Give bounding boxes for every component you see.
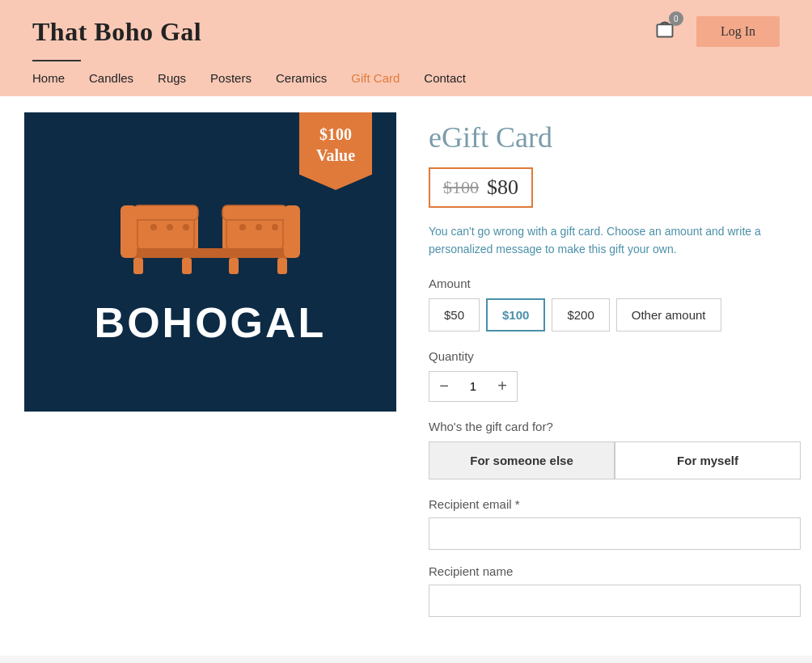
price-box: $100 $80 — [429, 167, 533, 208]
nav-posters[interactable]: Posters — [210, 71, 252, 85]
cart-button[interactable]: 0 — [649, 15, 680, 49]
recipient-email-input[interactable] — [429, 517, 801, 550]
header-right: 0 Log In — [649, 15, 780, 49]
svg-point-16 — [183, 224, 189, 230]
ribbon: $100 Value — [299, 112, 372, 190]
svg-point-17 — [239, 224, 246, 230]
amount-100[interactable]: $100 — [486, 298, 545, 332]
svg-rect-10 — [133, 258, 143, 274]
product-image: $100 Value — [24, 112, 396, 412]
main-nav: Home Candles Rugs Posters Ceramics Gift … — [32, 61, 780, 96]
svg-rect-9 — [284, 205, 300, 258]
nav-ceramics[interactable]: Ceramics — [276, 71, 327, 85]
svg-point-18 — [256, 224, 262, 230]
quantity-minus[interactable]: − — [429, 372, 459, 401]
amount-label: Amount — [429, 277, 801, 290]
amount-other[interactable]: Other amount — [616, 298, 721, 332]
nav-gift-card[interactable]: Gift Card — [351, 71, 400, 85]
gift-for-someone-else[interactable]: For someone else — [429, 441, 615, 479]
recipient-email-label: Recipient email * — [429, 497, 801, 511]
svg-rect-12 — [229, 258, 239, 274]
product-description: You can't go wrong with a gift card. Cho… — [429, 222, 801, 259]
svg-rect-11 — [182, 258, 192, 274]
header-top: That Boho Gal 0 Log In — [32, 0, 780, 57]
amount-buttons: $50 $100 $200 Other amount — [429, 298, 801, 332]
svg-point-14 — [150, 224, 157, 230]
description-text: You can't go wrong with a gift card. Cho… — [429, 225, 761, 238]
main-content: $100 Value — [0, 96, 812, 656]
login-button[interactable]: Log In — [696, 16, 780, 47]
price-current: $80 — [487, 175, 518, 200]
nav-home[interactable]: Home — [32, 71, 65, 85]
nav-rugs[interactable]: Rugs — [158, 71, 186, 85]
price-original: $100 — [443, 177, 479, 198]
svg-rect-3 — [133, 205, 198, 220]
product-info: eGift Card $100 $80 You can't go wrong w… — [429, 112, 801, 631]
gift-for-myself[interactable]: For myself — [615, 441, 801, 479]
sofa-area: BOHOGAL — [95, 177, 327, 347]
amount-200[interactable]: $200 — [552, 298, 609, 332]
header: That Boho Gal 0 Log In Home Candles Rugs… — [0, 0, 812, 96]
nav-candles[interactable]: Candles — [89, 71, 133, 85]
quantity-label: Quantity — [429, 349, 801, 363]
svg-point-15 — [167, 224, 173, 230]
sofa-icon — [117, 177, 303, 282]
svg-rect-8 — [121, 205, 137, 258]
quantity-plus[interactable]: + — [488, 372, 517, 401]
nav-contact[interactable]: Contact — [424, 71, 466, 85]
recipient-name-input[interactable] — [429, 585, 801, 617]
svg-point-19 — [272, 224, 278, 230]
svg-rect-13 — [277, 258, 287, 274]
svg-rect-0 — [657, 24, 672, 36]
recipient-name-label: Recipient name — [429, 564, 801, 578]
bohogal-text: BOHOGAL — [95, 298, 327, 347]
svg-rect-6 — [222, 205, 287, 220]
product-title: eGift Card — [429, 120, 801, 154]
gift-for-buttons: For someone else For myself — [429, 441, 801, 479]
gift-for-label: Who's the gift card for? — [429, 420, 801, 433]
description-link: personalized message to make this gift y… — [429, 243, 677, 255]
svg-rect-7 — [129, 248, 292, 258]
quantity-stepper: − 1 + — [429, 371, 518, 402]
quantity-value: 1 — [459, 379, 488, 393]
amount-50[interactable]: $50 — [429, 298, 480, 332]
cart-badge: 0 — [669, 11, 683, 26]
site-title: That Boho Gal — [32, 17, 201, 47]
